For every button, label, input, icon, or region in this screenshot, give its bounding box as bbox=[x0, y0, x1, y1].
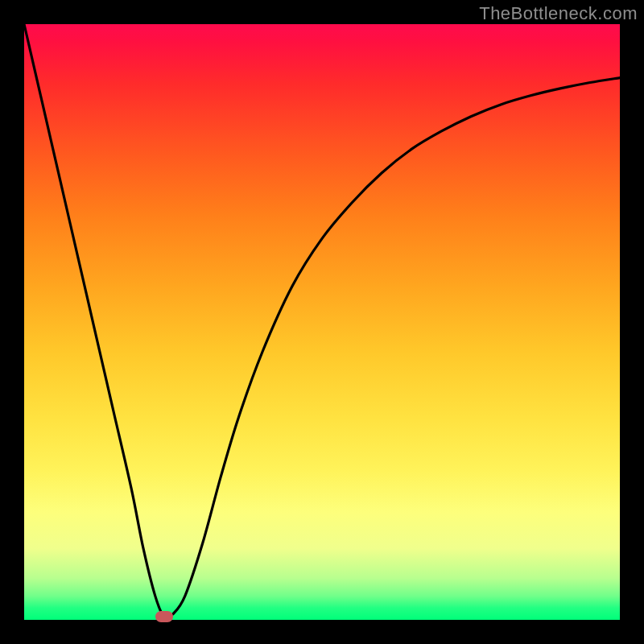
minimum-marker bbox=[155, 611, 173, 622]
plot-area bbox=[24, 24, 620, 620]
curve-layer bbox=[24, 24, 620, 620]
watermark-text: TheBottleneck.com bbox=[479, 3, 638, 24]
chart-frame: TheBottleneck.com bbox=[0, 0, 644, 644]
bottleneck-curve bbox=[24, 24, 620, 618]
